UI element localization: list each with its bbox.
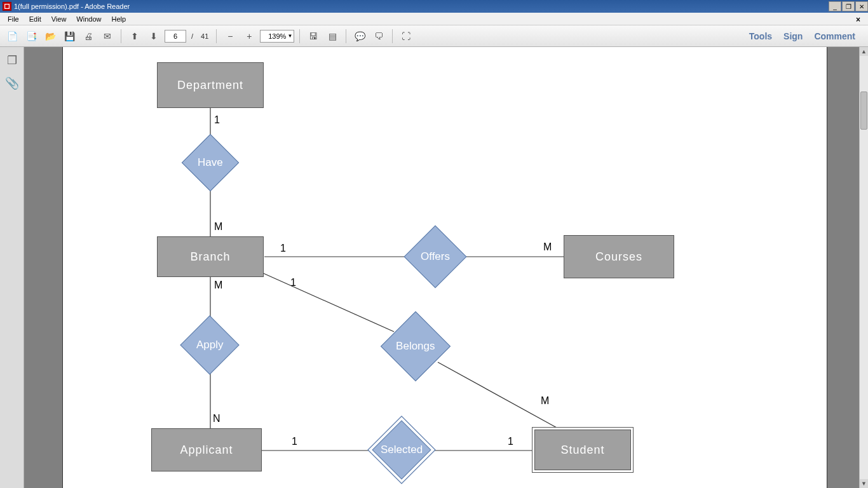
toolbar: 📄 📑 📂 💾 🖨 ✉ ⬆ ⬇ / 41 − + 139%▼ 🖫 ▤ 💬 🗨 ⛶… [0, 25, 868, 47]
scroll-up-icon[interactable]: ▲ [860, 47, 868, 56]
save-icon[interactable]: 💾 [61, 28, 78, 44]
card-dept-have: 1 [214, 114, 220, 126]
restore-button[interactable]: ❐ [842, 1, 855, 11]
svg-line-7 [438, 362, 569, 435]
window-title: 1(full permission).pdf - Adobe Reader [14, 3, 130, 10]
thumbnails-icon[interactable]: ❐ [5, 53, 19, 67]
zoom-in-icon[interactable]: + [241, 28, 257, 44]
open-icon[interactable]: 📂 [42, 28, 58, 44]
page-total: 41 [198, 32, 211, 40]
svg-line-6 [262, 273, 394, 332]
page-up-icon[interactable]: ⬆ [126, 28, 143, 44]
scroll-down-icon[interactable]: ▼ [860, 479, 868, 488]
minimize-button[interactable]: _ [829, 1, 841, 11]
app-icon [3, 2, 11, 11]
page-number-input[interactable] [165, 30, 186, 43]
card-branch-offers: 1 [280, 243, 286, 254]
menu-view[interactable]: View [46, 14, 72, 24]
card-branch-apply: M [214, 280, 222, 291]
entity-branch: Branch [157, 236, 264, 277]
card-have-branch: M [214, 221, 222, 233]
card-belongs-student: M [541, 395, 549, 407]
print-icon[interactable]: 🖨 [80, 28, 97, 44]
zoom-select[interactable]: 139%▼ [260, 30, 294, 43]
entity-applicant: Applicant [151, 428, 262, 471]
page-separator: / [189, 32, 196, 40]
doc-close-button[interactable]: × [851, 14, 865, 25]
tools-button[interactable]: Tools [749, 31, 772, 41]
highlight-icon[interactable]: 🗨 [370, 28, 387, 44]
typewriter-icon[interactable]: ▤ [324, 28, 341, 44]
attachments-icon[interactable]: 📎 [5, 76, 19, 90]
document-area[interactable]: Department Branch Courses Applicant Stud… [24, 47, 859, 488]
close-button[interactable]: ✕ [855, 1, 868, 11]
menu-window[interactable]: Window [71, 14, 106, 24]
scroll-thumb[interactable] [860, 92, 867, 130]
comment-button[interactable]: Comment [814, 31, 855, 41]
card-apply-applicant: N [213, 413, 220, 424]
er-diagram: Department Branch Courses Applicant Stud… [63, 47, 827, 488]
save-copy-icon[interactable]: 🖫 [305, 28, 322, 44]
card-selected-student: 1 [508, 436, 513, 447]
page-down-icon[interactable]: ⬇ [146, 28, 162, 44]
card-offers-courses: M [543, 241, 552, 253]
sign-button[interactable]: Sign [783, 31, 803, 41]
menu-file[interactable]: File [3, 14, 24, 24]
vertical-scrollbar[interactable]: ▲ ▼ [859, 47, 868, 488]
nav-sidebar: ❐ 📎 [0, 47, 24, 488]
entity-student: Student [532, 427, 634, 473]
export-pdf-icon[interactable]: 📄 [4, 28, 20, 44]
email-icon[interactable]: ✉ [99, 28, 116, 44]
title-bar: 1(full permission).pdf - Adobe Reader _ … [0, 0, 868, 13]
entity-department: Department [157, 62, 264, 108]
menu-edit[interactable]: Edit [24, 14, 46, 24]
menu-bar: File Edit View Window Help × [0, 13, 868, 25]
card-branch-belongs: 1 [290, 277, 296, 288]
zoom-out-icon[interactable]: − [222, 28, 238, 44]
read-mode-icon[interactable]: ⛶ [398, 28, 414, 44]
create-pdf-icon[interactable]: 📑 [23, 28, 39, 44]
card-applicant-selected: 1 [292, 436, 297, 447]
comment-icon[interactable]: 💬 [351, 28, 368, 44]
pdf-page: Department Branch Courses Applicant Stud… [62, 47, 827, 488]
entity-courses: Courses [564, 235, 674, 278]
menu-help[interactable]: Help [106, 14, 131, 24]
